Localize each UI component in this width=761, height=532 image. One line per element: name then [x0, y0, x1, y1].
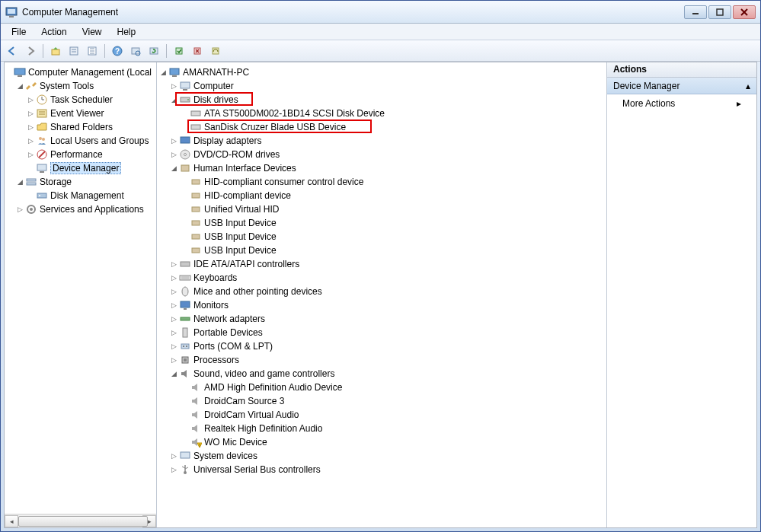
toolbar-disable[interactable] — [189, 43, 206, 59]
expand-icon[interactable]: ▷ — [26, 110, 35, 117]
collapse-icon[interactable]: ▴ — [746, 81, 750, 91]
minimize-button[interactable] — [684, 5, 707, 19]
device-droidcam-source[interactable]: DroidCam Source 3 — [158, 394, 605, 408]
expand-icon[interactable]: ▷ — [169, 330, 178, 336]
collapse-icon[interactable]: ◢ — [169, 165, 178, 172]
expand-icon[interactable]: ▷ — [15, 206, 24, 213]
expand-icon[interactable]: ▷ — [169, 316, 178, 323]
collapse-icon[interactable]: ◢ — [169, 371, 178, 377]
device-sound[interactable]: ◢Sound, video and game controllers — [158, 367, 605, 381]
toolbar-uninstall[interactable] — [207, 43, 224, 59]
left-panel-scrollbar[interactable]: ◂ ▸ — [5, 514, 156, 527]
collapse-icon[interactable]: ◢ — [15, 83, 24, 90]
device-realtek-audio[interactable]: Realtek High Definition Audio — [158, 422, 605, 435]
toolbar-up[interactable] — [47, 43, 64, 59]
tree-disk-management[interactable]: Disk Management — [5, 189, 156, 202]
speaker-warning-icon: ! — [190, 436, 202, 448]
toolbar-forward[interactable] — [22, 43, 39, 59]
tree-root[interactable]: Computer Management (Local — [5, 65, 156, 79]
toolbar-list[interactable] — [84, 43, 101, 59]
expand-icon[interactable]: ▷ — [169, 357, 178, 364]
device-keyboards[interactable]: ▷Keyboards — [158, 271, 605, 285]
toolbar-back[interactable] — [4, 43, 21, 59]
actions-subheader[interactable]: Device Manager ▴ — [607, 78, 756, 94]
tree-task-scheduler[interactable]: ▷ Task Scheduler — [5, 93, 156, 107]
expand-icon[interactable]: ▷ — [169, 343, 178, 350]
device-computer[interactable]: ▷ Computer — [158, 79, 605, 93]
device-disk-sandisk[interactable]: SanDisk Cruzer Blade USB Device — [158, 120, 605, 134]
device-hid-consumer[interactable]: HID-compliant consumer control device — [158, 175, 605, 189]
collapse-icon[interactable]: ◢ — [169, 97, 178, 104]
device-dvd-cd[interactable]: ▷ DVD/CD-ROM drives — [158, 148, 605, 161]
toolbar-enable[interactable] — [171, 43, 187, 59]
device-disk-drives[interactable]: ◢ Disk drives — [158, 93, 605, 107]
expand-icon[interactable]: ▷ — [26, 124, 35, 131]
expand-icon[interactable]: ▷ — [26, 138, 35, 145]
device-portable[interactable]: ▷Portable Devices — [158, 326, 605, 339]
svg-rect-37 — [37, 164, 46, 170]
menu-file[interactable]: File — [4, 25, 34, 39]
menu-action[interactable]: Action — [34, 25, 74, 39]
tree-performance[interactable]: ▷ Performance — [5, 148, 156, 161]
actions-more[interactable]: More Actions ▸ — [607, 94, 756, 113]
device-usb-input-2[interactable]: USB Input Device — [158, 230, 605, 244]
tree-device-manager[interactable]: Device Manager — [5, 161, 156, 175]
svg-rect-8 — [70, 47, 78, 55]
tree-local-users[interactable]: ▷ Local Users and Groups — [5, 134, 156, 148]
device-hid[interactable]: ◢ Human Interface Devices — [158, 161, 605, 175]
storage-icon — [25, 176, 37, 188]
tree-storage[interactable]: ◢ Storage — [5, 175, 156, 189]
device-ports[interactable]: ▷Ports (COM & LPT) — [158, 339, 605, 353]
disk-mgmt-icon — [36, 190, 48, 202]
device-disk-ata[interactable]: ATA ST500DM002-1BD14 SCSI Disk Device — [158, 107, 605, 120]
expand-icon[interactable]: ▷ — [169, 138, 178, 145]
scroll-left-button[interactable]: ◂ — [5, 515, 18, 527]
collapse-icon[interactable]: ◢ — [15, 179, 24, 186]
expand-icon[interactable]: ▷ — [169, 453, 178, 460]
toolbar-refresh[interactable] — [145, 43, 162, 59]
toolbar-scan[interactable] — [127, 43, 144, 59]
device-ide-ata[interactable]: ▷IDE ATA/ATAPI controllers — [158, 257, 605, 271]
tree-shared-folders[interactable]: ▷ Shared Folders — [5, 120, 156, 134]
device-amd-audio[interactable]: AMD High Definition Audio Device — [158, 381, 605, 394]
tree-event-viewer[interactable]: ▷ Event Viewer — [5, 107, 156, 120]
device-system[interactable]: ▷System devices — [158, 449, 605, 463]
expand-icon[interactable]: ▷ — [26, 151, 35, 158]
toolbar-properties[interactable] — [66, 43, 82, 59]
device-display-adapters[interactable]: ▷ Display adapters — [158, 134, 605, 148]
svg-rect-60 — [192, 221, 200, 225]
device-monitors[interactable]: ▷Monitors — [158, 298, 605, 312]
toolbar-help[interactable]: ? — [109, 43, 126, 59]
scroll-thumb[interactable] — [18, 516, 148, 527]
tree-system-tools[interactable]: ◢ System Tools — [5, 79, 156, 93]
device-hid-compliant[interactable]: HID-compliant device — [158, 189, 605, 202]
expand-icon[interactable]: ▷ — [169, 288, 178, 295]
device-droidcam-virtual[interactable]: DroidCam Virtual Audio — [158, 408, 605, 422]
expand-icon[interactable]: ▷ — [169, 151, 178, 158]
device-usb-input-3[interactable]: USB Input Device — [158, 244, 605, 257]
expand-icon[interactable]: ▷ — [169, 275, 178, 282]
device-processors[interactable]: ▷Processors — [158, 353, 605, 367]
device-unified-vhid[interactable]: Unified Virtual HID — [158, 202, 605, 216]
device-usb-input-1[interactable]: USB Input Device — [158, 216, 605, 230]
tree-services-apps[interactable]: ▷ Services and Applications — [5, 202, 156, 216]
device-wo-mic[interactable]: !WO Mic Device — [158, 435, 605, 449]
device-root[interactable]: ◢ AMARNATH-PC — [158, 65, 605, 79]
svg-rect-59 — [192, 207, 200, 212]
disk-icon — [179, 94, 191, 106]
network-icon — [179, 313, 191, 325]
expand-icon[interactable]: ▷ — [169, 302, 178, 309]
device-usb-controllers[interactable]: ▷Universal Serial Bus controllers — [158, 463, 605, 476]
svg-rect-52 — [191, 125, 200, 129]
menu-view[interactable]: View — [75, 25, 110, 39]
close-button[interactable] — [733, 5, 756, 19]
expand-icon[interactable]: ▷ — [26, 97, 35, 104]
expand-icon[interactable]: ▷ — [169, 261, 178, 268]
device-mice[interactable]: ▷Mice and other pointing devices — [158, 285, 605, 298]
device-network[interactable]: ▷Network adapters — [158, 312, 605, 326]
collapse-icon[interactable]: ◢ — [158, 69, 168, 76]
maximize-button[interactable] — [708, 5, 731, 19]
menu-help[interactable]: Help — [110, 25, 144, 39]
expand-icon[interactable]: ▷ — [169, 83, 178, 90]
expand-icon[interactable]: ▷ — [169, 467, 178, 473]
